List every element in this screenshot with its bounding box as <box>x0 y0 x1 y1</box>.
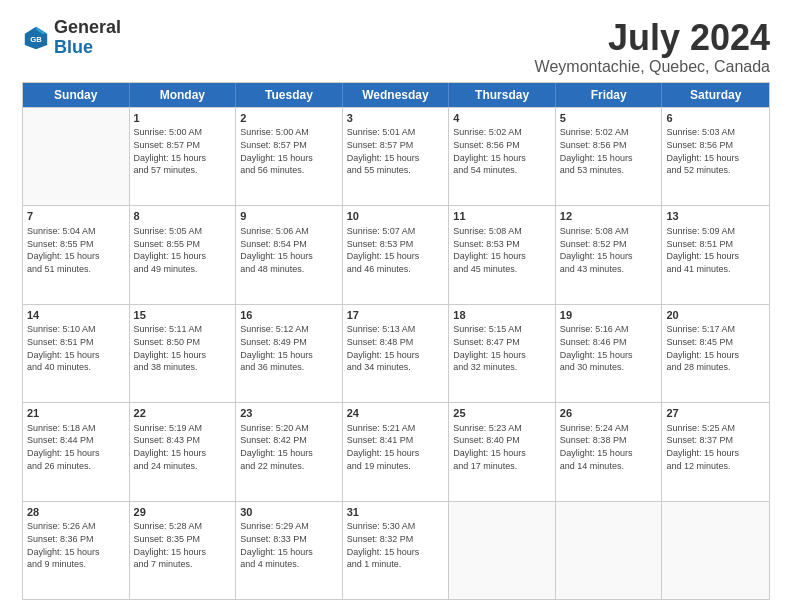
calendar-cell: 15Sunrise: 5:11 AM Sunset: 8:50 PM Dayli… <box>130 305 237 402</box>
day-number: 28 <box>27 505 125 520</box>
day-info: Sunrise: 5:29 AM Sunset: 8:33 PM Dayligh… <box>240 520 338 570</box>
day-info: Sunrise: 5:21 AM Sunset: 8:41 PM Dayligh… <box>347 422 445 472</box>
calendar-week-row: 7Sunrise: 5:04 AM Sunset: 8:55 PM Daylig… <box>23 205 769 303</box>
calendar-cell: 29Sunrise: 5:28 AM Sunset: 8:35 PM Dayli… <box>130 502 237 599</box>
svg-text:GB: GB <box>30 35 42 44</box>
day-info: Sunrise: 5:09 AM Sunset: 8:51 PM Dayligh… <box>666 225 765 275</box>
calendar-cell: 25Sunrise: 5:23 AM Sunset: 8:40 PM Dayli… <box>449 403 556 500</box>
weekday-header: Saturday <box>662 83 769 107</box>
calendar-week-row: 14Sunrise: 5:10 AM Sunset: 8:51 PM Dayli… <box>23 304 769 402</box>
day-info: Sunrise: 5:08 AM Sunset: 8:53 PM Dayligh… <box>453 225 551 275</box>
day-number: 19 <box>560 308 658 323</box>
calendar-cell: 12Sunrise: 5:08 AM Sunset: 8:52 PM Dayli… <box>556 206 663 303</box>
day-info: Sunrise: 5:00 AM Sunset: 8:57 PM Dayligh… <box>134 126 232 176</box>
day-info: Sunrise: 5:00 AM Sunset: 8:57 PM Dayligh… <box>240 126 338 176</box>
weekday-header: Friday <box>556 83 663 107</box>
calendar-cell: 28Sunrise: 5:26 AM Sunset: 8:36 PM Dayli… <box>23 502 130 599</box>
day-info: Sunrise: 5:28 AM Sunset: 8:35 PM Dayligh… <box>134 520 232 570</box>
day-number: 25 <box>453 406 551 421</box>
calendar-cell: 3Sunrise: 5:01 AM Sunset: 8:57 PM Daylig… <box>343 108 450 205</box>
calendar-header: SundayMondayTuesdayWednesdayThursdayFrid… <box>23 83 769 107</box>
calendar-cell: 7Sunrise: 5:04 AM Sunset: 8:55 PM Daylig… <box>23 206 130 303</box>
weekday-header: Thursday <box>449 83 556 107</box>
calendar: SundayMondayTuesdayWednesdayThursdayFrid… <box>22 82 770 600</box>
calendar-cell: 16Sunrise: 5:12 AM Sunset: 8:49 PM Dayli… <box>236 305 343 402</box>
calendar-cell: 9Sunrise: 5:06 AM Sunset: 8:54 PM Daylig… <box>236 206 343 303</box>
day-info: Sunrise: 5:03 AM Sunset: 8:56 PM Dayligh… <box>666 126 765 176</box>
calendar-cell: 13Sunrise: 5:09 AM Sunset: 8:51 PM Dayli… <box>662 206 769 303</box>
day-number: 8 <box>134 209 232 224</box>
day-info: Sunrise: 5:10 AM Sunset: 8:51 PM Dayligh… <box>27 323 125 373</box>
logo-icon: GB <box>22 24 50 52</box>
day-info: Sunrise: 5:01 AM Sunset: 8:57 PM Dayligh… <box>347 126 445 176</box>
calendar-week-row: 21Sunrise: 5:18 AM Sunset: 8:44 PM Dayli… <box>23 402 769 500</box>
day-number: 21 <box>27 406 125 421</box>
calendar-cell: 8Sunrise: 5:05 AM Sunset: 8:55 PM Daylig… <box>130 206 237 303</box>
day-info: Sunrise: 5:19 AM Sunset: 8:43 PM Dayligh… <box>134 422 232 472</box>
logo-general: General <box>54 18 121 38</box>
day-number: 13 <box>666 209 765 224</box>
calendar-cell <box>449 502 556 599</box>
day-number: 20 <box>666 308 765 323</box>
day-number: 29 <box>134 505 232 520</box>
day-number: 1 <box>134 111 232 126</box>
calendar-cell: 20Sunrise: 5:17 AM Sunset: 8:45 PM Dayli… <box>662 305 769 402</box>
day-number: 14 <box>27 308 125 323</box>
day-number: 31 <box>347 505 445 520</box>
header: GB General Blue July 2024 Weymontachie, … <box>22 18 770 76</box>
day-number: 3 <box>347 111 445 126</box>
calendar-cell: 14Sunrise: 5:10 AM Sunset: 8:51 PM Dayli… <box>23 305 130 402</box>
day-info: Sunrise: 5:30 AM Sunset: 8:32 PM Dayligh… <box>347 520 445 570</box>
day-info: Sunrise: 5:13 AM Sunset: 8:48 PM Dayligh… <box>347 323 445 373</box>
day-number: 7 <box>27 209 125 224</box>
calendar-cell: 6Sunrise: 5:03 AM Sunset: 8:56 PM Daylig… <box>662 108 769 205</box>
day-number: 9 <box>240 209 338 224</box>
calendar-cell: 10Sunrise: 5:07 AM Sunset: 8:53 PM Dayli… <box>343 206 450 303</box>
calendar-cell: 22Sunrise: 5:19 AM Sunset: 8:43 PM Dayli… <box>130 403 237 500</box>
day-number: 17 <box>347 308 445 323</box>
day-number: 26 <box>560 406 658 421</box>
calendar-week-row: 28Sunrise: 5:26 AM Sunset: 8:36 PM Dayli… <box>23 501 769 599</box>
calendar-cell <box>556 502 663 599</box>
calendar-cell: 4Sunrise: 5:02 AM Sunset: 8:56 PM Daylig… <box>449 108 556 205</box>
calendar-cell: 23Sunrise: 5:20 AM Sunset: 8:42 PM Dayli… <box>236 403 343 500</box>
calendar-cell: 24Sunrise: 5:21 AM Sunset: 8:41 PM Dayli… <box>343 403 450 500</box>
day-info: Sunrise: 5:18 AM Sunset: 8:44 PM Dayligh… <box>27 422 125 472</box>
day-number: 10 <box>347 209 445 224</box>
day-number: 27 <box>666 406 765 421</box>
day-info: Sunrise: 5:23 AM Sunset: 8:40 PM Dayligh… <box>453 422 551 472</box>
day-number: 5 <box>560 111 658 126</box>
day-info: Sunrise: 5:16 AM Sunset: 8:46 PM Dayligh… <box>560 323 658 373</box>
day-number: 24 <box>347 406 445 421</box>
day-info: Sunrise: 5:08 AM Sunset: 8:52 PM Dayligh… <box>560 225 658 275</box>
day-info: Sunrise: 5:02 AM Sunset: 8:56 PM Dayligh… <box>453 126 551 176</box>
calendar-body: 1Sunrise: 5:00 AM Sunset: 8:57 PM Daylig… <box>23 107 769 599</box>
day-info: Sunrise: 5:17 AM Sunset: 8:45 PM Dayligh… <box>666 323 765 373</box>
calendar-cell <box>23 108 130 205</box>
title-area: July 2024 Weymontachie, Quebec, Canada <box>535 18 770 76</box>
page: GB General Blue July 2024 Weymontachie, … <box>0 0 792 612</box>
day-number: 22 <box>134 406 232 421</box>
day-info: Sunrise: 5:06 AM Sunset: 8:54 PM Dayligh… <box>240 225 338 275</box>
day-info: Sunrise: 5:15 AM Sunset: 8:47 PM Dayligh… <box>453 323 551 373</box>
day-info: Sunrise: 5:07 AM Sunset: 8:53 PM Dayligh… <box>347 225 445 275</box>
day-info: Sunrise: 5:02 AM Sunset: 8:56 PM Dayligh… <box>560 126 658 176</box>
calendar-cell: 26Sunrise: 5:24 AM Sunset: 8:38 PM Dayli… <box>556 403 663 500</box>
day-number: 18 <box>453 308 551 323</box>
day-info: Sunrise: 5:12 AM Sunset: 8:49 PM Dayligh… <box>240 323 338 373</box>
day-number: 2 <box>240 111 338 126</box>
calendar-cell: 21Sunrise: 5:18 AM Sunset: 8:44 PM Dayli… <box>23 403 130 500</box>
subtitle: Weymontachie, Quebec, Canada <box>535 58 770 76</box>
day-number: 6 <box>666 111 765 126</box>
day-number: 4 <box>453 111 551 126</box>
calendar-cell: 17Sunrise: 5:13 AM Sunset: 8:48 PM Dayli… <box>343 305 450 402</box>
day-number: 12 <box>560 209 658 224</box>
weekday-header: Tuesday <box>236 83 343 107</box>
calendar-cell: 31Sunrise: 5:30 AM Sunset: 8:32 PM Dayli… <box>343 502 450 599</box>
weekday-header: Monday <box>130 83 237 107</box>
day-number: 30 <box>240 505 338 520</box>
day-info: Sunrise: 5:24 AM Sunset: 8:38 PM Dayligh… <box>560 422 658 472</box>
calendar-cell: 2Sunrise: 5:00 AM Sunset: 8:57 PM Daylig… <box>236 108 343 205</box>
logo-blue: Blue <box>54 38 121 58</box>
day-number: 16 <box>240 308 338 323</box>
